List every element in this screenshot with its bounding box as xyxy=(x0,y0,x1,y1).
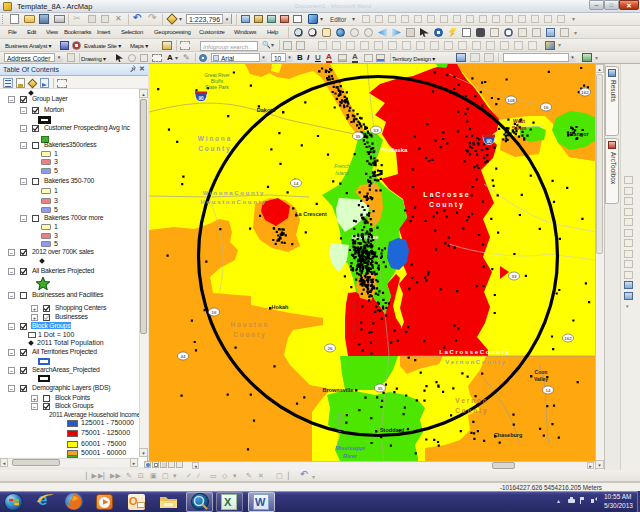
svg-text:14: 14 xyxy=(294,181,299,186)
svg-text:West: West xyxy=(513,118,525,124)
svg-text:C o u n t y: C o u n t y xyxy=(233,331,265,339)
svg-text:La Crosse: La Crosse xyxy=(352,234,379,240)
svg-text:Valley: Valley xyxy=(534,376,548,382)
svg-text:35: 35 xyxy=(378,386,383,391)
svg-text:Onalaska: Onalaska xyxy=(381,147,408,153)
svg-text:C o u n t y: C o u n t y xyxy=(198,145,230,153)
svg-text:Hokah: Hokah xyxy=(272,304,289,310)
svg-text:State Park: State Park xyxy=(205,84,229,90)
svg-text:L a C r o s s e: L a C r o s s e xyxy=(423,191,468,198)
svg-text:W i n o n a C o u n t y: W i n o n a C o u n t y xyxy=(203,190,264,196)
svg-text:33: 33 xyxy=(512,274,517,279)
svg-text:Bangor: Bangor xyxy=(569,131,589,137)
svg-text:Stoddard: Stoddard xyxy=(380,427,404,433)
svg-text:53: 53 xyxy=(374,128,379,133)
svg-text:108: 108 xyxy=(507,98,515,103)
svg-text:French: French xyxy=(334,163,350,169)
svg-text:V e r n o n C o u n t y: V e r n o n C o u n t y xyxy=(445,359,505,365)
svg-text:Wisconsin: Wisconsin xyxy=(351,301,357,333)
svg-text:90: 90 xyxy=(198,96,204,101)
svg-text:14: 14 xyxy=(546,388,551,393)
svg-text:162: 162 xyxy=(564,336,572,341)
svg-text:C o u n t y: C o u n t y xyxy=(455,407,487,415)
svg-text:Chaseburg: Chaseburg xyxy=(494,432,523,438)
svg-text:16: 16 xyxy=(212,310,217,315)
svg-text:Island: Island xyxy=(335,170,349,176)
svg-text:W i n o n a: W i n o n a xyxy=(198,135,231,142)
svg-text:L a C r o s s e C o u n t: L a C r o s s e C o u n t y xyxy=(439,349,509,355)
svg-text:Coon: Coon xyxy=(535,369,548,375)
svg-text:La Crescent: La Crescent xyxy=(295,211,327,217)
svg-text:162: 162 xyxy=(581,90,589,95)
svg-text:C o u n t y: C o u n t y xyxy=(429,201,463,209)
svg-text:H o u s t o n: H o u s t o n xyxy=(230,321,267,328)
svg-text:Dakota: Dakota xyxy=(257,107,276,113)
svg-text:35: 35 xyxy=(356,134,361,139)
svg-text:26: 26 xyxy=(328,346,333,351)
svg-text:Minnesota: Minnesota xyxy=(336,413,342,445)
svg-text:Salem: Salem xyxy=(512,125,527,131)
svg-text:90: 90 xyxy=(486,139,492,144)
svg-text:River: River xyxy=(343,453,358,459)
svg-text:H o u s t o n C o u n t y: H o u s t o n C o u n t y xyxy=(201,199,267,205)
svg-text:16: 16 xyxy=(544,105,549,110)
svg-text:V e r n o n: V e r n o n xyxy=(455,397,486,404)
svg-text:44: 44 xyxy=(181,354,186,359)
svg-text:Brownsville: Brownsville xyxy=(323,387,354,393)
